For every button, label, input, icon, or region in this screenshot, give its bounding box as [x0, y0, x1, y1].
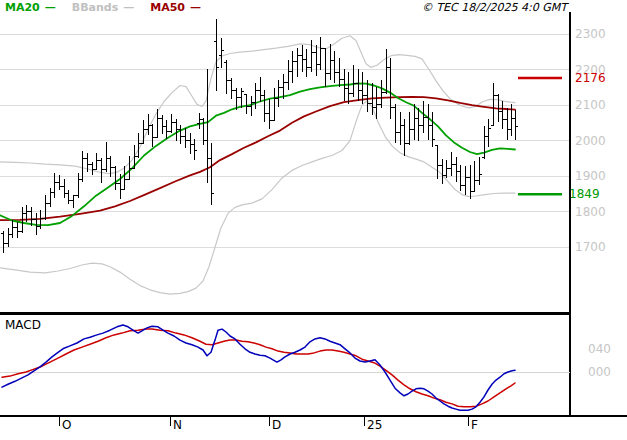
ohlc-bar	[332, 51, 337, 83]
ohlc-bar	[477, 157, 482, 185]
ohlc-bar	[416, 108, 421, 141]
ohlc-bar	[513, 110, 518, 139]
ohlc-bar	[351, 65, 356, 97]
ohlc-bar	[337, 58, 342, 86]
ohlc-bar	[94, 153, 99, 170]
ohlc-bar	[449, 152, 454, 176]
ohlc-bar	[15, 222, 20, 238]
ohlc-bar	[486, 119, 491, 147]
ohlc-bar	[379, 80, 384, 108]
ohlc-bar	[150, 124, 155, 148]
time-axis-label: O	[62, 418, 71, 432]
ohlc-bar	[398, 112, 403, 145]
ohlc-bar	[276, 80, 281, 107]
panel-separator	[0, 312, 571, 315]
ohlc-bar	[286, 60, 291, 91]
bollinger-lower-line	[0, 101, 515, 294]
ohlc-bar	[407, 112, 412, 145]
ohlc-bar	[272, 88, 277, 121]
macd-scale-label: 040	[588, 342, 611, 356]
ohlc-bar	[323, 48, 328, 87]
time-axis-label: F	[471, 418, 478, 432]
ohlc-bar	[314, 45, 319, 76]
ohlc-bar	[435, 145, 440, 179]
ohlc-bar	[80, 151, 85, 182]
ohlc-bar	[346, 72, 351, 104]
stock-chart-window: MA20— BBands— MA50— © TEC 18/2/2025 4:0 …	[0, 0, 627, 440]
ohlc-bar	[318, 37, 323, 70]
ohlc-bar	[229, 78, 234, 98]
level-label: 2176	[575, 71, 606, 85]
ohlc-bar	[155, 109, 160, 138]
ohlc-bar	[214, 19, 219, 91]
price-chart: 2300220021002000190018001700217618490400…	[0, 0, 627, 440]
ohlc-bar	[224, 60, 229, 94]
ohlc-bar	[463, 166, 468, 194]
ohlc-bar	[192, 139, 197, 160]
ohlc-bar	[426, 104, 431, 139]
ohlc-bar	[160, 115, 165, 134]
ohlc-bar	[164, 120, 169, 139]
macd-scale-label: 000	[588, 365, 611, 379]
ohlc-bar	[304, 49, 309, 78]
ohlc-bar	[244, 94, 249, 114]
ohlc-bar	[402, 119, 407, 156]
macd-line	[2, 325, 515, 410]
macd-signal-line	[2, 329, 515, 407]
level-label: 1849	[569, 187, 600, 201]
ohlc-bar	[48, 188, 53, 207]
ohlc-bar	[482, 126, 487, 159]
price-axis-label: 1900	[575, 169, 606, 183]
price-axis-label: 2000	[575, 134, 606, 148]
price-axis-label: 2300	[575, 27, 606, 41]
price-axis-label: 1800	[575, 205, 606, 219]
ohlc-bar	[421, 101, 426, 133]
ohlc-bar	[300, 45, 305, 73]
ohlc-bar	[295, 48, 300, 78]
ohlc-bar	[209, 143, 214, 205]
ohlc-bar	[388, 58, 393, 118]
ohlc-bar	[66, 190, 71, 204]
ohlc-bar	[412, 104, 417, 139]
ohlc-bar	[267, 99, 272, 130]
ohlc-bar	[178, 125, 183, 145]
ohlc-bar	[458, 165, 463, 191]
ohlc-bar	[1, 231, 6, 253]
ohlc-bar	[356, 69, 361, 101]
ohlc-bar	[71, 195, 76, 208]
ohlc-bar	[384, 49, 389, 94]
ohlc-bar	[188, 133, 193, 154]
ohlc-bar	[393, 104, 398, 143]
ohlc-bar	[505, 108, 510, 140]
ohlc-bar	[99, 158, 104, 183]
ohlc-bar	[258, 77, 263, 103]
ohlc-bar	[290, 51, 295, 83]
ohlc-bar	[197, 113, 202, 129]
price-axis-label: 1700	[575, 240, 606, 254]
ma50-line	[0, 97, 515, 220]
ohlc-bar	[6, 228, 11, 247]
ohlc-bar	[444, 160, 449, 178]
ohlc-bar	[169, 114, 174, 133]
time-axis-label: N	[173, 418, 182, 432]
ohlc-bar	[62, 179, 67, 199]
ohlc-bar	[57, 175, 62, 190]
time-axis-label: 25	[367, 418, 382, 432]
ohlc-bar	[104, 142, 109, 172]
candles-group	[1, 19, 518, 253]
ohlc-bar	[454, 157, 459, 182]
macd-panel-label: MACD	[5, 318, 41, 332]
ohlc-bar	[328, 44, 333, 80]
ohlc-bar	[440, 159, 445, 184]
ohlc-bar	[10, 220, 15, 237]
ohlc-bar	[76, 173, 81, 197]
ohlc-bar	[183, 128, 188, 149]
time-axis-label: D	[272, 418, 281, 432]
price-axis-label: 2100	[575, 98, 606, 112]
ohlc-bar	[281, 74, 286, 99]
ohlc-bar	[262, 90, 267, 122]
ohlc-bar	[113, 166, 118, 190]
ohlc-bar	[430, 112, 435, 148]
ohlc-bar	[43, 195, 48, 220]
ohlc-bar	[468, 165, 473, 199]
